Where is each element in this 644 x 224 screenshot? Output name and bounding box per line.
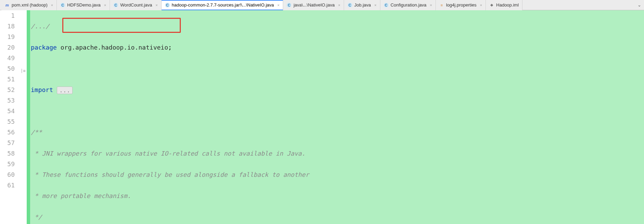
line-number: 54 [0,106,15,116]
tab-nativeio-java[interactable]: C java\...\NativeIO.java × [283,0,344,10]
close-icon[interactable]: × [430,3,432,7]
line-gutter: 1 18 19 20 49 50 51 52 53 54 55 56 57 58… [0,10,20,224]
tab-label: Configuration.java [391,2,427,8]
code-area[interactable]: /.../ package org.apache.hadoop.io.nativ… [30,10,644,224]
close-icon[interactable]: × [374,3,376,7]
java-class-icon: C [287,3,291,8]
line-number: 18 [0,21,15,31]
line-number: 55 [0,116,15,127]
tab-label: WordCount.java [120,2,152,8]
properties-icon: ≡ [439,3,444,8]
keyword: import [31,86,53,93]
fold-placeholder: /.../ [31,23,49,30]
tab-configuration[interactable]: C Configuration.java × [380,0,436,10]
module-icon: ◆ [489,3,494,8]
tab-hdfsdemo[interactable]: C HDFSDemo.java × [57,0,110,10]
tab-pom-xml[interactable]: m pom.xml (hadoop) × [1,0,57,10]
tab-label: Hadoop.iml [496,2,519,8]
tab-hadoop-iml[interactable]: ◆ Hadoop.iml [486,0,522,10]
line-number: 50 [0,63,15,74]
line-number: 58 [0,148,15,159]
java-class-icon: C [165,3,170,8]
javadoc: * These functions should generally be us… [31,171,309,178]
code-editor[interactable]: 1 18 19 20 49 50 51 52 53 54 55 56 57 58… [0,10,644,224]
tab-label: pom.xml (hadoop) [12,2,48,8]
line-number: 51 [0,74,15,84]
tab-wordcount[interactable]: C WordCount.java × [110,0,161,10]
package-name: org.apache.hadoop.io.nativeio [61,44,168,51]
line-number: 57 [0,137,15,148]
close-icon[interactable]: × [104,3,106,7]
line-number: 49 [0,53,15,63]
tab-nativeio-sources[interactable]: C hadoop-common-2.7.7-sources.jar!\...\N… [162,0,283,10]
line-number: 59 [0,159,15,169]
close-icon[interactable]: × [277,3,279,7]
javadoc: */ [31,213,42,221]
java-class-icon: C [348,3,352,8]
close-icon[interactable]: × [155,3,157,7]
javadoc: * more portable mechanism. [31,192,131,199]
editor-tabs: m pom.xml (hadoop) × C HDFSDemo.java × C… [0,0,644,10]
javadoc: /** [31,129,42,136]
semicolon: ; [168,44,172,51]
fold-column: |≡ [20,10,27,224]
tab-label: Job.java [354,2,371,8]
fold-doc-icon[interactable]: |≡ [21,66,25,76]
line-number: 19 [0,31,15,42]
tab-label: HDFSDemo.java [67,2,101,8]
line-number: 20 [0,42,15,53]
line-number: 60 [0,169,15,180]
tab-label: log4j.properties [446,2,477,8]
tab-label: java\...\NativeIO.java [293,2,334,8]
line-number: 53 [0,95,15,106]
maven-icon: m [5,3,10,8]
close-icon[interactable]: × [480,3,482,7]
fold-ellipsis[interactable]: ... [57,87,73,94]
diff-marker [27,10,30,224]
line-number: 61 [0,180,15,190]
line-number: 1 [0,10,15,21]
close-icon[interactable]: × [338,3,340,7]
keyword: package [31,44,57,51]
tab-overflow-chevron[interactable]: ⌄ [635,2,644,8]
line-number: 56 [0,127,15,137]
close-icon[interactable]: × [51,3,53,7]
tab-log4j[interactable]: ≡ log4j.properties × [436,0,486,10]
java-class-icon: C [384,3,389,8]
tab-job[interactable]: C Job.java × [344,0,380,10]
line-number: 52 [0,84,15,95]
tab-label: hadoop-common-2.7.7-sources.jar!\...\Nat… [172,2,274,8]
java-class-icon: C [60,3,65,8]
java-class-icon: C [113,3,118,8]
javadoc: * JNI wrappers for various native IO-rel… [31,150,305,157]
